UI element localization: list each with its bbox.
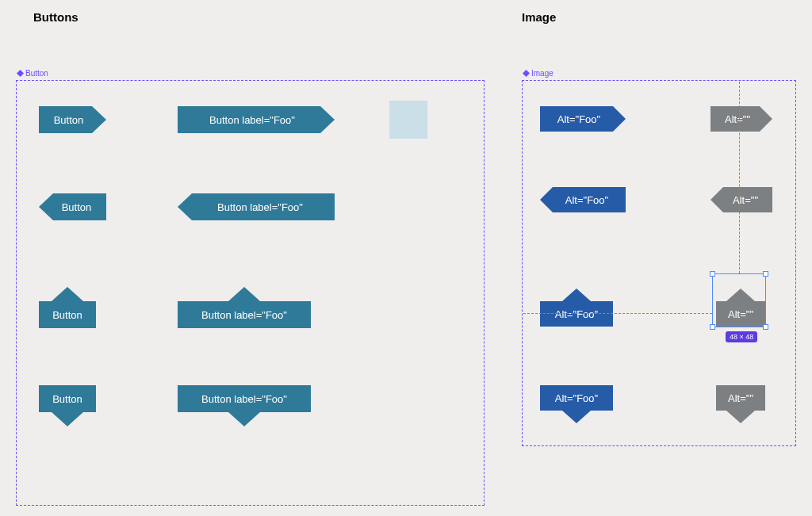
image-left-foo[interactable]: Alt="Foo" xyxy=(540,187,626,212)
image-section-title: Image xyxy=(522,10,556,24)
button-placeholder-square[interactable] xyxy=(389,101,427,139)
image-right-empty[interactable]: Alt="" xyxy=(710,106,772,132)
button-up-plain[interactable]: Button xyxy=(39,301,96,328)
component-icon xyxy=(17,70,24,77)
image-frame-label: Image xyxy=(523,69,553,78)
selection-bounding-box[interactable] xyxy=(712,273,766,327)
selection-handle-sw[interactable] xyxy=(710,324,715,330)
selection-dimension-badge: 48 × 48 xyxy=(726,331,757,342)
image-down-foo[interactable]: Alt="Foo" xyxy=(540,385,613,411)
image-left-empty[interactable]: Alt="" xyxy=(710,187,772,212)
button-up-labeled[interactable]: Button label="Foo" xyxy=(178,301,311,328)
selection-handle-se[interactable] xyxy=(763,324,768,330)
button-right-labeled[interactable]: Button label="Foo" xyxy=(178,106,335,133)
button-left-labeled[interactable]: Button label="Foo" xyxy=(178,193,335,220)
button-frame[interactable]: Button Button Button label="Foo" Button … xyxy=(16,80,485,506)
button-right-plain[interactable]: Button xyxy=(39,106,106,133)
selection-guide-vertical xyxy=(739,82,740,273)
button-down-labeled[interactable]: Button label="Foo" xyxy=(178,385,311,412)
selection-guide-horizontal xyxy=(523,313,712,314)
button-left-plain[interactable]: Button xyxy=(39,193,106,220)
selection-handle-ne[interactable] xyxy=(763,271,768,277)
component-icon xyxy=(523,70,530,77)
image-down-empty[interactable]: Alt="" xyxy=(716,385,765,411)
button-frame-label: Button xyxy=(17,69,48,78)
image-frame[interactable]: Image Alt="Foo" Alt="" Alt="Foo" Alt="" … xyxy=(522,80,796,446)
image-right-foo[interactable]: Alt="Foo" xyxy=(540,106,626,132)
image-up-foo[interactable]: Alt="Foo" xyxy=(540,301,613,327)
button-down-plain[interactable]: Button xyxy=(39,385,96,412)
buttons-section-title: Buttons xyxy=(33,10,79,24)
selection-handle-nw[interactable] xyxy=(710,271,715,277)
